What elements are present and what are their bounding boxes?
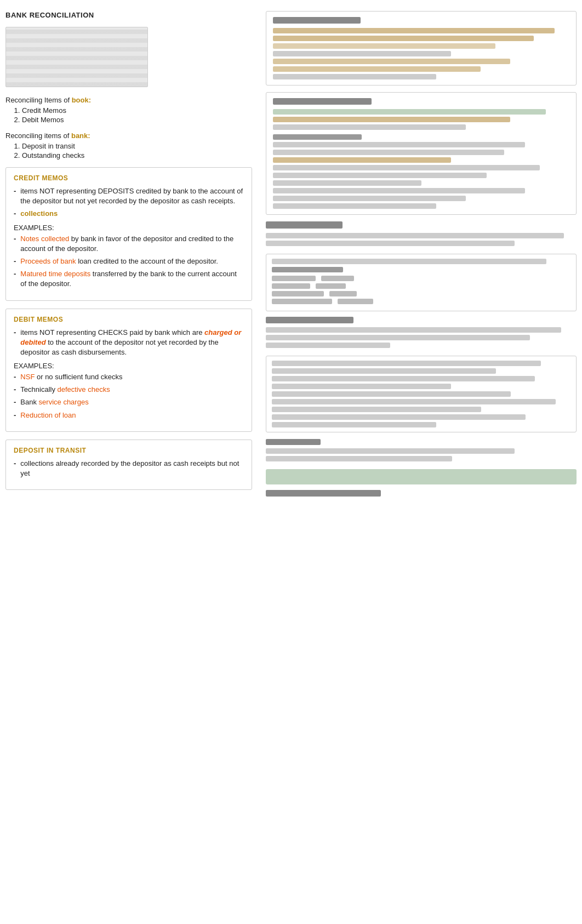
debit-memos-example-1: - NSF or no sufficient fund ckecks <box>14 372 244 382</box>
debit-memos-card: DEBIT MEMOS - items NOT representing CHE… <box>5 309 252 432</box>
debit-memos-main-list: - items NOT representing CHECKS paid by … <box>14 328 244 358</box>
credit-memos-example-2: - Proceeds of bank loan credited to the … <box>14 256 244 266</box>
right-sub-table <box>266 254 577 311</box>
bank-item-1: Deposit in transit <box>22 142 252 150</box>
debit-memos-example-3: - Bank service charges <box>14 397 244 407</box>
reconciling-bank-label: Reconciling items of bank: <box>5 132 252 140</box>
deposit-in-transit-list: - collections already recorded by the de… <box>14 459 244 478</box>
debit-memo-item-1: - items NOT representing CHECKS paid by … <box>14 328 244 358</box>
credit-memos-example-1: - Notes collected by bank in favor of th… <box>14 234 244 254</box>
debit-memos-example-2: - Technically defective checks <box>14 385 244 395</box>
right-card-1 <box>266 11 577 85</box>
credit-memo-item-2: - collections <box>14 209 244 219</box>
reconciling-book-label: Reconciling Items of book: <box>5 96 252 104</box>
credit-memos-examples-label: EXAMPLES: <box>14 224 244 232</box>
book-item-2: Debit Memos <box>22 116 252 124</box>
credit-memos-example-3: - Matured time deposits transferred by t… <box>14 269 244 289</box>
debit-memos-examples-list: - NSF or no sufficient fund ckecks - Tec… <box>14 372 244 420</box>
deposit-in-transit-item-1: - collections already recorded by the de… <box>14 459 244 478</box>
credit-memos-examples-list: - Notes collected by bank in favor of th… <box>14 234 244 289</box>
right-bottom-bar <box>266 469 577 484</box>
book-items-list: Credit Memos Debit Memos <box>22 106 252 124</box>
right-card-3 <box>266 356 577 432</box>
left-column: BANK RECONCILIATION Reconciling Items of… <box>5 11 258 913</box>
right-card-2 <box>266 92 577 215</box>
credit-memos-list: - items NOT representing DEPOSITS credit… <box>14 186 244 219</box>
credit-memo-item-1: - items NOT representing DEPOSITS credit… <box>14 186 244 206</box>
right-column <box>263 11 577 913</box>
right-section-4 <box>266 439 577 461</box>
debit-memos-example-4: - Reduction of loan <box>14 410 244 420</box>
right-footer-blur <box>266 490 381 497</box>
bank-table-blurred <box>5 27 148 87</box>
credit-memos-title: CREDIT MEMOS <box>14 174 244 182</box>
bank-item-2: Outstanding checks <box>22 151 252 159</box>
credit-memos-card: CREDIT MEMOS - items NOT representing DE… <box>5 167 252 301</box>
right-card-1-title-blur <box>273 17 361 24</box>
page-container: BANK RECONCILIATION Reconciling Items of… <box>0 0 582 924</box>
debit-memos-title: DEBIT MEMOS <box>14 316 244 323</box>
page-title: BANK RECONCILIATION <box>5 11 252 19</box>
bank-items-list: Deposit in transit Outstanding checks <box>22 142 252 159</box>
book-item-1: Credit Memos <box>22 106 252 115</box>
right-section-2 <box>266 317 577 348</box>
right-section-1 <box>266 221 577 246</box>
deposit-in-transit-card: DEPOSIT IN TRANSIT - collections already… <box>5 440 252 490</box>
deposit-in-transit-title: DEPOSIT IN TRANSIT <box>14 447 244 454</box>
debit-memos-examples-label: EXAMPLES: <box>14 362 244 370</box>
right-card-2-title-blur <box>273 98 372 105</box>
